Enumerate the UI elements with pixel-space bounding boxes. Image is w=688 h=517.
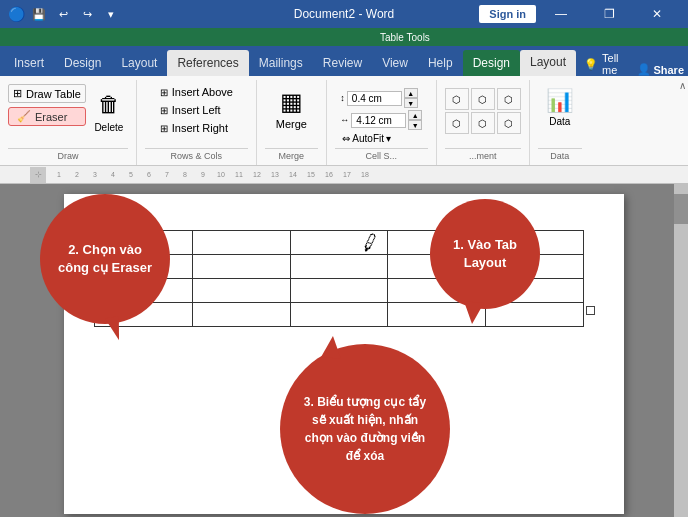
ruler-mark: 3 [86,171,104,178]
ribbon-collapse-button[interactable]: ∧ [679,80,686,91]
alignment-group-label: ...ment [445,148,521,165]
redo-icon[interactable]: ↪ [77,4,97,24]
insert-below-button[interactable]: ⊞ Insert Above [154,84,239,100]
insert-below-icon: ⊞ [160,87,168,98]
insert-right-label: Insert Right [172,122,228,134]
tab-table-design[interactable]: Design [463,50,520,76]
callout-2-eraser: 2. Chọn vào công cụ Eraser [40,194,170,324]
table-resize-handle[interactable] [586,306,595,315]
callout-1-text: 1. Vào Tab Layout [440,236,530,272]
callout-2-text: 2. Chọn vào công cụ Eraser [52,241,158,277]
save-icon[interactable]: 💾 [29,4,49,24]
tab-layout[interactable]: Layout [111,50,167,76]
tab-review[interactable]: Review [313,50,372,76]
scrollbar-vertical[interactable] [674,184,688,517]
eraser-label: Eraser [35,111,67,123]
callout-3-arrow [321,335,343,359]
ribbon-group-merge: ▦ Merge Merge [257,80,327,165]
width-input[interactable] [351,113,406,128]
share-icon: 👤 [637,63,651,76]
align-tl-button[interactable]: ⬡ [445,88,469,110]
insert-below-label: Insert Above [172,86,233,98]
merge-button[interactable]: ▦ Merge [268,84,315,134]
table-tools-label: Table Tools [380,32,430,43]
eraser-button[interactable]: 🧹 Eraser [8,107,86,126]
autofit-label: AutoFit [352,133,384,144]
lightbulb-icon: 💡 [584,58,598,71]
height-input[interactable] [347,91,402,106]
tab-insert[interactable]: Insert [4,50,54,76]
ribbon-group-insert: ⊞ Insert Above ⊞ Insert Left ⊞ Insert Ri… [137,80,257,165]
dropdown-icon[interactable]: ▾ [101,4,121,24]
delete-label: Delete [94,122,123,133]
delete-button[interactable]: 🗑 [94,88,124,122]
undo-icon[interactable]: ↩ [53,4,73,24]
ribbon-group-draw: ⊞ Draw Table 🧹 Eraser 🗑 Delete Draw [0,80,137,165]
width-icon: ↔ [340,115,349,125]
align-tr-button[interactable]: ⬡ [497,88,521,110]
ruler-mark: 7 [158,171,176,178]
maximize-button[interactable]: ❐ [586,0,632,28]
scrollbar-thumb[interactable] [674,194,688,224]
tab-references[interactable]: References [167,50,248,76]
tab-mailings[interactable]: Mailings [249,50,313,76]
merge-content: ▦ Merge [268,80,315,148]
merge-label: Merge [276,118,307,130]
merge-icon: ▦ [280,88,303,116]
ruler-corner[interactable]: ⊹ [30,167,46,183]
cellsize-group-label: Cell S... [335,148,428,165]
alignment-content: ⬡ ⬡ ⬡ ⬡ ⬡ ⬡ [445,80,521,148]
autofit-dropdown-icon: ▾ [386,133,391,144]
align-tc-button[interactable]: ⬡ [471,88,495,110]
tab-design[interactable]: Design [54,50,111,76]
tab-table-layout[interactable]: Layout [520,50,576,76]
width-down-button[interactable]: ▼ [408,120,422,130]
ruler-mark: 9 [194,171,212,178]
tell-me-label[interactable]: Tell me [602,52,625,76]
data-group-label: Data [538,148,582,165]
table-cell [192,279,290,303]
align-mr-button[interactable]: ⬡ [497,112,521,134]
eraser-icon: 🧹 [17,110,31,123]
sign-in-button[interactable]: Sign in [479,5,536,23]
width-up-button[interactable]: ▲ [408,110,422,120]
ruler-mark: 10 [212,171,230,178]
draw-table-label: Draw Table [26,88,81,100]
draw-table-button[interactable]: ⊞ Draw Table [8,84,86,103]
align-mc-button[interactable]: ⬡ [471,112,495,134]
tab-view[interactable]: View [372,50,418,76]
height-down-button[interactable]: ▼ [404,98,418,108]
insert-left-label: Insert Left [172,104,221,116]
table-row [95,303,584,327]
tab-help[interactable]: Help [418,50,463,76]
table-cell [290,255,388,279]
insert-left-button[interactable]: ⊞ Insert Left [154,102,239,118]
close-button[interactable]: ✕ [634,0,680,28]
ruler-mark: 8 [176,171,194,178]
ruler-mark: 14 [284,171,302,178]
ribbon-group-alignment: ⬡ ⬡ ⬡ ⬡ ⬡ ⬡ ...ment [437,80,530,165]
width-input-row: ↔ ▲ ▼ [340,110,422,130]
insert-right-button[interactable]: ⊞ Insert Right [154,120,239,136]
callout-1-layout: 1. Vào Tab Layout [430,199,540,309]
autofit-icon: ⇔ [342,133,350,144]
autofit-button[interactable]: ⇔ AutoFit ▾ [340,132,422,145]
ribbon-group-data: 📊 Data Data [530,80,590,165]
callout-3-erase: 3. Biểu tượng cục tẩy sẽ xuất hiện, nhấn… [280,344,450,514]
align-ml-button[interactable]: ⬡ [445,112,469,134]
data-label: Data [549,116,570,127]
height-up-button[interactable]: ▲ [404,88,418,98]
table-cell [290,303,388,327]
insert-group-label: Rows & Cols [145,148,248,165]
minimize-button[interactable]: — [538,0,584,28]
table-cell [192,255,290,279]
data-button[interactable]: 📊 Data [542,84,577,131]
table-cell [192,303,290,327]
ruler-mark: 15 [302,171,320,178]
draw-group-label: Draw [8,148,128,165]
merge-group-label: Merge [265,148,318,165]
ruler-mark: 18 [356,171,374,178]
share-label[interactable]: Share [653,64,684,76]
callout-1-arrow [462,301,484,325]
ribbon-group-cellsize: ↕ ▲ ▼ ↔ ▲ ▼ ⇔ AutoFi [327,80,437,165]
